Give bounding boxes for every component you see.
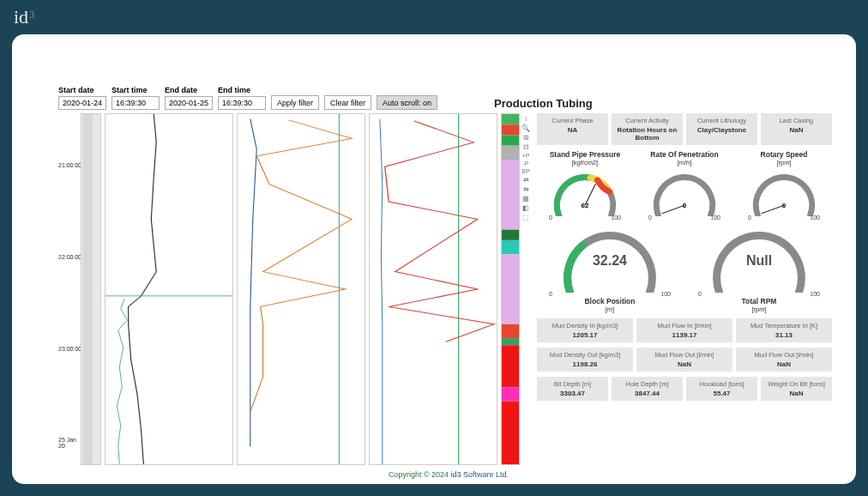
status-card: Current LithologyClay/Claystone [686, 113, 757, 145]
time-axis: 21:00:00 22:00:00 23:00:00 25 Jan 20 [58, 113, 81, 465]
track-1-svg [105, 114, 232, 464]
tool-camera-icon[interactable]: ◧ [522, 204, 529, 212]
metric-card: Weight On Bit [tons]NaN [761, 377, 832, 401]
track-2[interactable] [237, 113, 365, 465]
svg-rect-4 [502, 124, 519, 135]
chart-toolbar: ↕ 🔍 ⊞ ⊟ +P -P BP ⇄ ⇆ ▦ ◧ ⬚ [520, 113, 532, 465]
metric-row-2: Mud Density Out [kg/m3]1198.26Mud Flow O… [537, 348, 832, 372]
status-row: Current PhaseNACurrent ActivityRotation … [537, 113, 832, 145]
tool-drag-icon[interactable]: ↕ [524, 115, 527, 123]
metric-card: Hookload [tons]55.47 [686, 377, 757, 401]
apply-filter-button[interactable]: Apply filter [271, 95, 319, 110]
track-3[interactable] [369, 113, 497, 465]
chart-area: 21:00:00 22:00:00 23:00:00 25 Jan 20 [58, 113, 532, 465]
svg-rect-13 [502, 345, 519, 387]
app-window: Start date Start time End date End time … [12, 34, 856, 484]
svg-text:0: 0 [683, 202, 687, 209]
svg-rect-8 [502, 230, 519, 240]
gauge-block-position: 32.240100Block Position[m] [537, 226, 683, 313]
svg-rect-14 [502, 387, 519, 401]
status-card: Current ActivityRotation Hours on Bottom [612, 113, 683, 145]
gauge-rate-of-penetration: Rate Of Penetration[m/h]00100 [636, 150, 732, 221]
tool-toggle-icon[interactable]: ▦ [522, 195, 529, 203]
svg-text:32.24: 32.24 [593, 253, 627, 268]
svg-rect-6 [502, 146, 519, 160]
track-2-svg [238, 114, 365, 464]
end-time-input[interactable] [218, 96, 266, 110]
start-time-label: Start time [112, 86, 160, 94]
page-title: Production Tubing [494, 97, 593, 110]
tool-zoom-in-icon[interactable]: ⊞ [523, 134, 529, 142]
lithology-svg [502, 114, 519, 464]
end-time-field: End time [218, 86, 266, 110]
svg-text:62: 62 [582, 202, 589, 209]
metric-card: Mud Flow Out [l/min]NaN [636, 348, 732, 372]
dashboard: Current PhaseNACurrent ActivityRotation … [537, 113, 839, 465]
tool-spike-icon[interactable]: BP [521, 168, 529, 174]
gauge-row-big: 32.240100Block Position[m]Null0100Total … [537, 226, 832, 313]
metric-row-1: Mud Density In [kg/m3]1205.17Mud Flow In… [537, 318, 832, 342]
end-time-label: End time [218, 86, 266, 94]
metric-card: Mud Flow Out [l/min]NaN [736, 348, 832, 372]
metric-card: Mud Density Out [kg/m3]1198.26 [537, 348, 633, 372]
brand-logo: id3 [14, 6, 34, 28]
svg-rect-10 [502, 254, 519, 324]
metric-card: Mud Temperature In [K]31.13 [736, 318, 832, 342]
tracks [81, 113, 520, 465]
gauge-row-top: Stand Pipe Pressure[kgf/cm2]620100Rate O… [537, 150, 832, 221]
metric-card: Mud Flow In [l/min]1139.17 [636, 318, 732, 342]
metric-row-3: Bit Depth [m]3303.47Hole Depth [m]3847.4… [537, 377, 832, 401]
tool-reset-icon[interactable]: -P [523, 160, 529, 166]
status-card: Current PhaseNA [537, 113, 608, 145]
end-date-field: End date [165, 86, 213, 110]
svg-line-18 [662, 205, 684, 214]
svg-rect-9 [502, 240, 519, 254]
track-3-svg [370, 114, 497, 464]
tool-closest-icon[interactable]: ⇄ [523, 176, 529, 184]
autoscroll-toggle[interactable]: Auto scroll: on [377, 95, 437, 110]
tool-download-icon[interactable]: ⬚ [522, 214, 529, 221]
svg-rect-11 [502, 324, 519, 338]
start-time-field: Start time [112, 86, 160, 110]
tool-zoom-out-icon[interactable]: ⊟ [523, 143, 529, 151]
top-bar: id3 [0, 0, 868, 34]
metric-card: Bit Depth [m]3303.47 [537, 377, 608, 401]
svg-rect-15 [502, 402, 519, 464]
svg-rect-7 [502, 160, 519, 230]
metric-card: Mud Density In [kg/m3]1205.17 [537, 318, 633, 342]
svg-text:0: 0 [782, 202, 787, 209]
status-card: Last CasingNaN [761, 113, 832, 145]
tool-compare-icon[interactable]: ⇆ [523, 185, 529, 193]
gauge-rotary-speed: Rotary Speed[rpm]00100 [736, 150, 832, 221]
svg-rect-3 [502, 114, 519, 124]
start-date-input[interactable] [58, 96, 106, 110]
end-date-label: End date [165, 86, 213, 94]
track-1[interactable] [105, 113, 233, 465]
track-lithology[interactable] [501, 113, 520, 465]
footer-link[interactable]: id3 Software Ltd. [451, 470, 509, 479]
svg-rect-12 [502, 338, 519, 345]
content-row: 21:00:00 22:00:00 23:00:00 25 Jan 20 [58, 113, 839, 465]
start-date-field: Start date [58, 86, 106, 110]
svg-text:Null: Null [746, 253, 772, 268]
tool-autoscale-icon[interactable]: +P [522, 153, 530, 159]
svg-rect-5 [502, 135, 519, 145]
metric-card: Hole Depth [m]3847.44 [612, 377, 683, 401]
end-date-input[interactable] [165, 96, 213, 110]
gauge-total-rpm: Null0100Total RPM[rpm] [686, 226, 832, 313]
svg-line-20 [762, 205, 784, 214]
track-index[interactable] [81, 113, 101, 465]
clear-filter-button[interactable]: Clear filter [324, 95, 371, 110]
start-date-label: Start date [58, 86, 106, 94]
footer: Copyright © 2024 id3 Software Ltd. [58, 465, 839, 479]
gauge-stand-pipe-pressure: Stand Pipe Pressure[kgf/cm2]620100 [537, 150, 633, 221]
start-time-input[interactable] [112, 96, 160, 110]
filter-bar: Start date Start time End date End time … [58, 86, 839, 110]
tool-zoom-icon[interactable]: 🔍 [521, 124, 530, 132]
svg-rect-0 [83, 114, 93, 464]
